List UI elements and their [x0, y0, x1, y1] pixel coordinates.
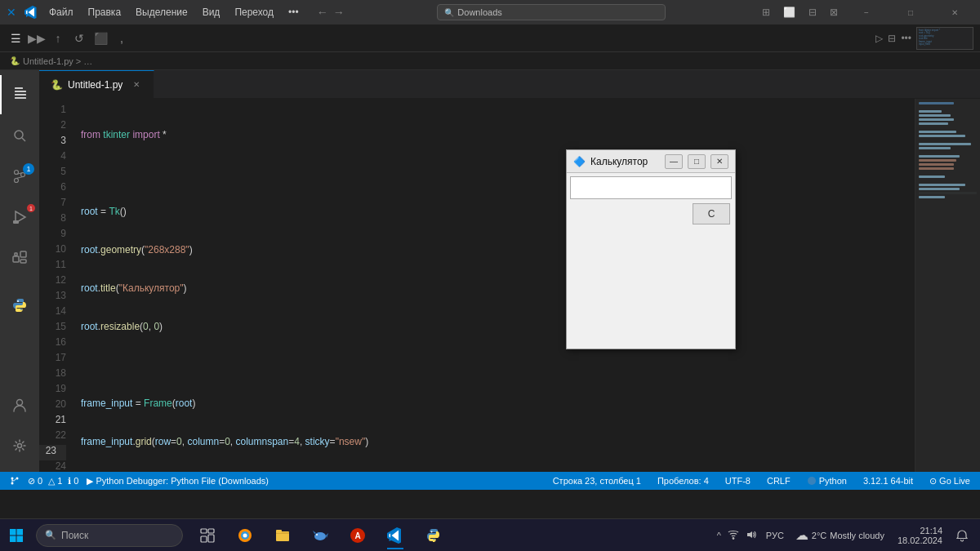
- taskbar-task-view[interactable]: [189, 519, 225, 552]
- menu-goto[interactable]: Переход: [228, 5, 280, 20]
- tk-close-button[interactable]: ✕: [710, 154, 728, 169]
- clock-date: 18.02.2024: [898, 535, 942, 545]
- line-num-8: 8: [39, 212, 66, 228]
- svg-rect-1: [15, 91, 26, 92]
- toolbar-run-icon[interactable]: ▷: [875, 33, 883, 44]
- svg-point-7: [15, 179, 19, 183]
- breadcrumb: 🐍 Untitled-1.py > …: [0, 52, 980, 70]
- browser-icon: [237, 527, 253, 544]
- win-minimize-button[interactable]: −: [848, 0, 885, 24]
- win-maximize-button[interactable]: □: [892, 0, 929, 24]
- tk-entry-field[interactable]: [570, 176, 732, 199]
- taskbar-file-manager[interactable]: [265, 519, 301, 552]
- sidebar-item-run[interactable]: 1: [0, 198, 39, 237]
- menu-more[interactable]: •••: [282, 5, 305, 20]
- tray-expand-icon[interactable]: ^: [715, 531, 724, 540]
- minimap-viewport: [915, 99, 980, 472]
- search-box[interactable]: 🔍 Downloads: [437, 4, 666, 20]
- menu-view[interactable]: Вид: [196, 5, 227, 20]
- sidebar-item-python[interactable]: [0, 286, 39, 325]
- status-bar: ⊘ 0 △ 1 ℹ 0 ▶ Python Debugger: Python Fi…: [0, 472, 980, 490]
- tab-untitled-1[interactable]: 🐍 Untitled-1.py ✕: [39, 70, 154, 98]
- tab-close-icon[interactable]: ✕: [131, 79, 142, 91]
- main-layout: 1 1: [0, 70, 980, 472]
- layout-icon-3[interactable]: ⊟: [805, 5, 820, 20]
- sidebar-item-account[interactable]: [0, 385, 39, 424]
- nav-back-icon[interactable]: ←: [317, 6, 328, 19]
- taskbar-dolphin[interactable]: [302, 519, 338, 552]
- weather-widget[interactable]: ☁ 2°C Mostly cloudy: [791, 527, 889, 543]
- minimap: [915, 99, 980, 472]
- menu-edit[interactable]: Правка: [82, 5, 128, 20]
- taskbar-vscode[interactable]: [377, 519, 413, 552]
- status-errors[interactable]: ⊘ 0 △ 1 ℹ 0: [24, 476, 82, 487]
- source-control-badge: 1: [23, 163, 34, 175]
- menu-file[interactable]: Файл: [42, 5, 80, 20]
- sidebar-item-search[interactable]: [0, 116, 39, 155]
- status-go-live[interactable]: ⊙ Go Live: [926, 476, 973, 487]
- toolbar-split-icon[interactable]: ⊟: [888, 33, 896, 44]
- notification-icon: [956, 529, 969, 542]
- sidebar-item-extensions[interactable]: [0, 238, 39, 278]
- status-line-ending[interactable]: CRLF: [764, 476, 794, 486]
- svg-rect-31: [201, 536, 207, 542]
- code-line-8: frame_input = Frame(root): [81, 395, 915, 411]
- menu-selection[interactable]: Выделение: [129, 5, 194, 20]
- win-close-button[interactable]: ✕: [936, 0, 973, 24]
- tk-minimize-button[interactable]: —: [665, 154, 683, 169]
- code-line-9: frame_input.grid(row=0, column=0, column…: [81, 433, 915, 449]
- status-spaces[interactable]: Пробелов: 4: [654, 476, 712, 486]
- toolbar: ☰ ▶▶ ↑ ↺ ⬛ , ▷ ⊟ ••• from tkinter import…: [0, 24, 980, 52]
- layout-icon-1[interactable]: ⊞: [759, 5, 773, 20]
- svg-rect-0: [15, 87, 23, 89]
- taskbar-browser[interactable]: [227, 519, 263, 552]
- vscode-logo-icon: [24, 6, 38, 19]
- toolbar-stop-icon[interactable]: ⬛: [91, 29, 109, 47]
- language-switch[interactable]: РУС: [763, 529, 787, 542]
- python-icon: [11, 296, 29, 314]
- toolbar-menu-icon[interactable]: ☰: [7, 29, 24, 47]
- toolbar-play-icon[interactable]: ▶▶: [28, 29, 46, 47]
- row-col-text: Строка 23, столбец 1: [553, 476, 641, 486]
- debug-badge: 1: [27, 204, 35, 212]
- taskbar-search-box[interactable]: 🔍 Поиск: [36, 524, 183, 547]
- status-position[interactable]: Строка 23, столбец 1: [550, 476, 644, 486]
- svg-rect-2: [15, 94, 26, 96]
- debugger-label: ▶ Python Debugger: Python File (Download…: [87, 476, 269, 487]
- taskbar-python[interactable]: [415, 519, 451, 552]
- sidebar-item-source-control[interactable]: 1: [0, 157, 39, 196]
- line-num-14: 14: [39, 305, 66, 321]
- toolbar-undo-icon[interactable]: ↺: [70, 29, 88, 47]
- tray-volume-icon[interactable]: [743, 529, 760, 542]
- settings-icon: [11, 438, 28, 454]
- taskbar-app-red[interactable]: A: [340, 519, 376, 552]
- notification-button[interactable]: [951, 524, 973, 547]
- taskbar-start-button[interactable]: [0, 519, 33, 552]
- extensions-icon: [11, 249, 29, 267]
- svg-point-41: [316, 534, 318, 535]
- status-debugger[interactable]: ▶ Python Debugger: Python File (Download…: [83, 476, 272, 487]
- tk-clear-button[interactable]: C: [693, 203, 730, 224]
- layout-icon-4[interactable]: ⊠: [826, 5, 841, 20]
- nav-forward-icon[interactable]: →: [333, 6, 345, 19]
- sidebar-item-explorer[interactable]: [0, 75, 39, 114]
- svg-point-20: [18, 444, 22, 448]
- code-content[interactable]: from tkinter import * root = Tk() root.g…: [76, 99, 915, 472]
- sidebar-item-settings[interactable]: [0, 426, 39, 465]
- status-python-version[interactable]: 3.12.1 64-bit: [860, 476, 916, 486]
- windows-logo-icon: [9, 528, 24, 543]
- go-live-icon: ⊙: [929, 476, 937, 487]
- menu-bar: Файл Правка Выделение Вид Переход •••: [42, 5, 305, 20]
- status-encoding[interactable]: UTF-8: [722, 476, 754, 486]
- toolbar-more-icon[interactable]: •••: [901, 33, 911, 44]
- status-language[interactable]: Python: [804, 476, 850, 486]
- line-numbers: 1 2 3 4 5 6 7 8 9 10 11 12 13 14 15 16 1…: [39, 99, 76, 472]
- status-git-branch[interactable]: [7, 476, 23, 486]
- tk-maximize-button[interactable]: □: [688, 154, 706, 169]
- line-num-15: 15: [39, 321, 66, 336]
- toolbar-comma-icon[interactable]: ,: [113, 29, 131, 47]
- toolbar-up-icon[interactable]: ↑: [49, 29, 67, 47]
- system-clock[interactable]: 21:14 18.02.2024: [893, 526, 947, 545]
- tray-network-icon[interactable]: [725, 529, 742, 542]
- layout-icon-2[interactable]: ⬜: [780, 5, 799, 20]
